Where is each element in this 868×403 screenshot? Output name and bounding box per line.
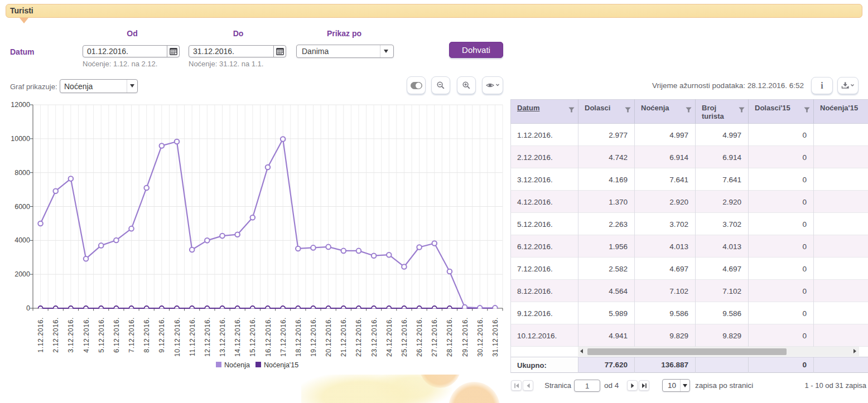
svg-text:5.12.2016.: 5.12.2016.	[98, 317, 105, 353]
svg-text:1.12.2016.: 1.12.2016.	[37, 317, 45, 353]
svg-text:20.12.2016.: 20.12.2016.	[325, 317, 332, 357]
svg-text:23.12.2016.: 23.12.2016.	[370, 317, 378, 357]
svg-text:Noćenja: Noćenja	[224, 361, 250, 369]
svg-text:18.12.2016.: 18.12.2016.	[295, 317, 302, 357]
svg-text:28.12.2016.: 28.12.2016.	[446, 317, 454, 357]
svg-text:17.12.2016.: 17.12.2016.	[279, 317, 287, 357]
svg-text:31.12.2016.: 31.12.2016.	[491, 317, 499, 357]
svg-text:12000: 12000	[11, 101, 30, 109]
svg-text:19.12.2016.: 19.12.2016.	[310, 317, 317, 357]
svg-text:7.12.2016.: 7.12.2016.	[128, 317, 136, 353]
svg-text:8.12.2016.: 8.12.2016.	[143, 317, 151, 353]
svg-text:6000: 6000	[15, 203, 30, 211]
svg-text:12.12.2016.: 12.12.2016.	[204, 317, 211, 357]
svg-text:10.12.2016.: 10.12.2016.	[173, 317, 181, 357]
svg-text:10000: 10000	[11, 135, 30, 143]
svg-text:4.12.2016.: 4.12.2016.	[83, 317, 90, 353]
svg-text:15.12.2016.: 15.12.2016.	[249, 317, 257, 357]
svg-text:2000: 2000	[15, 270, 30, 278]
svg-text:Noćenja'15: Noćenja'15	[264, 361, 298, 369]
svg-text:8000: 8000	[15, 169, 30, 177]
svg-text:11.12.2016.: 11.12.2016.	[189, 317, 196, 356]
svg-text:2.12.2016.: 2.12.2016.	[52, 317, 60, 353]
svg-text:14.12.2016.: 14.12.2016.	[234, 317, 242, 357]
svg-text:16.12.2016.: 16.12.2016.	[264, 317, 272, 357]
svg-text:25.12.2016.: 25.12.2016.	[401, 317, 408, 357]
svg-text:22.12.2016.: 22.12.2016.	[355, 317, 363, 357]
svg-text:30.12.2016.: 30.12.2016.	[476, 317, 484, 357]
svg-text:13.12.2016.: 13.12.2016.	[219, 317, 226, 357]
svg-text:4000: 4000	[15, 236, 30, 244]
svg-text:0: 0	[26, 304, 30, 312]
svg-text:9.12.2016.: 9.12.2016.	[158, 317, 166, 353]
svg-text:26.12.2016.: 26.12.2016.	[416, 317, 423, 357]
svg-text:21.12.2016.: 21.12.2016.	[340, 317, 348, 357]
svg-text:24.12.2016.: 24.12.2016.	[385, 317, 393, 357]
svg-text:29.12.2016.: 29.12.2016.	[461, 317, 469, 357]
svg-text:3.12.2016.: 3.12.2016.	[67, 317, 75, 353]
svg-text:6.12.2016.: 6.12.2016.	[113, 317, 120, 353]
svg-text:27.12.2016.: 27.12.2016.	[431, 317, 438, 357]
